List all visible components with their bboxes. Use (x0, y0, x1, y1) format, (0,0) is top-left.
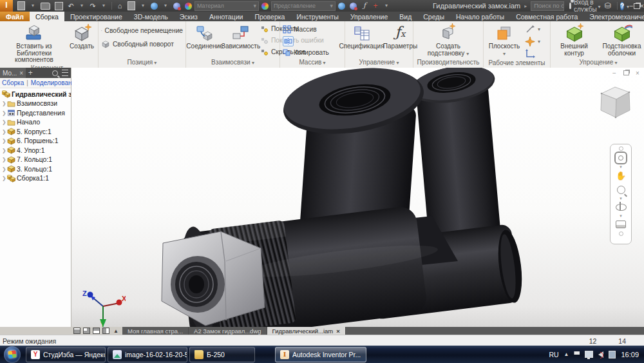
inventor-logo[interactable]: I (0, 0, 13, 12)
tab-tools[interactable]: Инструменты (290, 12, 344, 21)
network-icon[interactable] (585, 351, 593, 358)
tab-assembly[interactable]: Сборка (30, 12, 64, 21)
tray-expand-icon[interactable]: ▲ (564, 351, 569, 357)
visual-style-icon[interactable] (350, 3, 357, 10)
work-axis-button[interactable]: ▾ (525, 24, 540, 35)
qat-customize-dropdown[interactable] (381, 1, 392, 10)
doc-tab-home[interactable]: Моя главная стра... (122, 327, 189, 335)
tree-item-part-porshen[interactable]: ❯ 6. Поршень:1 (0, 137, 71, 146)
tab-get-started[interactable]: Начало работы (450, 12, 510, 21)
tree-item-part-kolco3[interactable]: ❯ 3. Кольцо:1 (0, 164, 71, 174)
model-canvas[interactable] (71, 68, 644, 327)
tray-clock[interactable]: 16:09 (621, 351, 639, 358)
start-button[interactable] (4, 346, 21, 363)
help-search-input[interactable]: Поиск по справке и командам... (531, 1, 564, 11)
signin-dropdown[interactable] (597, 3, 601, 10)
doc-tab-drawing[interactable]: A2 Замок гидравл...dwg (189, 327, 267, 335)
tree-item-origin[interactable]: ❯ Начало (0, 118, 71, 128)
tab-inspect[interactable]: Проверка (249, 12, 290, 21)
measure-icon[interactable] (151, 3, 158, 10)
browser-add-tab-button[interactable]: + (26, 68, 35, 78)
tab-manage[interactable]: Управление (345, 12, 393, 21)
create-substitute-button[interactable]: Создать подстановку ▾ (421, 23, 475, 59)
tab-design[interactable]: Проектирование (64, 12, 128, 21)
joint-button[interactable]: Соединение (189, 23, 221, 59)
chevron-right-icon[interactable]: ❯ (2, 175, 7, 181)
chevron-right-icon[interactable]: ❯ (2, 138, 7, 144)
tile-windows-icon[interactable] (83, 328, 90, 334)
tree-root-assembly[interactable]: Гидравлический замо (0, 90, 71, 99)
bom-button[interactable]: Спецификация (342, 23, 382, 59)
appearance-adjust-icon[interactable] (173, 3, 180, 10)
tab-3d-model[interactable]: 3D-модель (128, 12, 174, 21)
action-center-icon[interactable] (574, 351, 580, 358)
home-icon[interactable]: ⌂ (115, 1, 125, 10)
chevron-right-icon[interactable]: ❯ (2, 110, 7, 116)
parameters-button[interactable]: ƒx Параметры (384, 23, 417, 59)
shrinkwrap-button[interactable]: Внешний контур (553, 23, 595, 59)
tree-item-relationships[interactable]: ❯ Взаимосвязи (0, 99, 71, 109)
work-point-button[interactable]: ▾ (525, 36, 540, 47)
appearance-icon[interactable] (338, 3, 345, 10)
new-file-dropdown[interactable] (28, 1, 38, 10)
tree-item-subassembly[interactable]: ❯ Сборка1:1 (0, 174, 71, 184)
measure-dropdown[interactable] (160, 1, 171, 10)
group-position-label[interactable]: Позиция (99, 59, 185, 68)
new-file-icon[interactable] (17, 1, 25, 10)
redo-dropdown[interactable] (99, 1, 109, 10)
chevron-right-icon[interactable]: ❯ (2, 166, 7, 172)
volume-muted-icon[interactable] (598, 351, 603, 358)
doc-tab-assembly[interactable]: Гидравлический...iam× (267, 327, 346, 335)
representation-dropdown[interactable]: Представление▾ (271, 1, 336, 11)
chevron-right-icon[interactable]: ❯ (2, 119, 7, 125)
parameters-quick-icon[interactable]: ƒ (359, 1, 370, 10)
tab-electromechanical[interactable]: Электромеханический проект (583, 12, 644, 21)
material-dropdown[interactable]: Материал▾ (194, 1, 259, 11)
group-simplify-label[interactable]: Упрощение (551, 59, 644, 68)
tree-item-part-kolco7[interactable]: ❯ 7. Кольцо:1 (0, 155, 71, 165)
undo-icon[interactable]: ↶ (66, 1, 76, 10)
material-ball-icon[interactable] (261, 3, 269, 10)
taskbar-item-inventor[interactable]: I Autodesk Inventor Pr... (275, 347, 366, 362)
pattern-button[interactable]: Массив (283, 24, 342, 35)
free-move-button[interactable]: Свободное перемещение (101, 25, 183, 36)
taskbar-item-image[interactable]: image-16-02-16-20-56... (108, 347, 187, 362)
chevron-right-icon[interactable]: ❯ (2, 157, 7, 162)
tree-item-part-korpus[interactable]: ❯ 5. Корпус:1 (0, 127, 71, 137)
tab-annotate[interactable]: Аннотации (204, 12, 249, 21)
mirror-button[interactable] (283, 35, 342, 46)
group-relationships-label[interactable]: Взаимосвязи (186, 59, 279, 68)
group-manage-label[interactable]: Управление (345, 59, 413, 68)
collapse-tabbar-icon[interactable]: ▲ (113, 328, 118, 334)
tab-collaborate[interactable]: Совместная работа (510, 12, 583, 21)
taskbar-item-browser[interactable]: Y СтудИзба — Яндекс.... (26, 347, 106, 362)
tab-file[interactable]: Файл (0, 12, 30, 21)
free-rotate-button[interactable]: Свободный поворот (101, 39, 183, 50)
insert-from-content-center-button[interactable]: Вставить из Библиотеки компонентов (3, 23, 66, 64)
restore-button[interactable] (634, 1, 640, 10)
render-dropdown[interactable] (138, 1, 148, 10)
save-icon[interactable] (55, 2, 63, 10)
constrain-button[interactable]: Зависимость (223, 23, 258, 59)
work-ucs-button[interactable] (525, 48, 540, 59)
close-button[interactable]: × (640, 1, 644, 10)
redo-icon[interactable]: ↷ (88, 1, 98, 10)
work-plane-button[interactable]: Плоскость▾ (486, 23, 522, 59)
arrange-horizontal-icon[interactable] (93, 328, 100, 334)
shell-substitute-button[interactable]: Подстановка оболочки (600, 23, 643, 59)
signin-button[interactable]: Вход в службы (574, 0, 597, 13)
arrange-vertical-icon[interactable] (102, 328, 109, 334)
cascade-windows-icon[interactable] (73, 328, 80, 334)
browser-tab-close-icon[interactable]: × (19, 70, 23, 77)
render-icon[interactable] (128, 1, 135, 10)
tab-sketch[interactable]: Эскиз (174, 12, 204, 21)
tab-environments[interactable]: Среды (417, 12, 450, 21)
language-indicator[interactable]: RU (549, 351, 558, 358)
chevron-right-icon[interactable]: ❯ (2, 148, 7, 153)
doc-tab-close-icon[interactable]: × (336, 328, 340, 335)
color-wheel-icon[interactable] (185, 3, 192, 10)
help-icon[interactable]: ? (620, 2, 624, 10)
mode-assembly-link[interactable]: Сборка (2, 79, 24, 86)
3d-viewport[interactable]: − × ▾ ✋ ▾ ▾ (71, 68, 644, 327)
copy-button[interactable]: Копировать (283, 47, 342, 58)
